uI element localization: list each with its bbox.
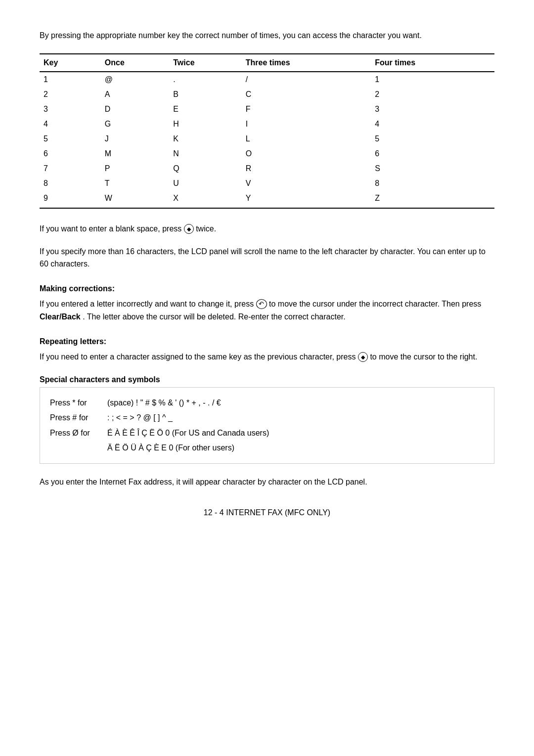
making-corrections-end: . The letter above the cursor will be de… [83, 312, 346, 321]
making-corrections-section: Making corrections: If you entered a let… [40, 282, 494, 323]
special-char-value-2: É À È Ê Î Ç Ë Ö 0 (For US and Canada use… [107, 426, 269, 441]
table-cell-8-4: Z [375, 191, 494, 208]
right-cursor-icon: ◆ [358, 352, 368, 362]
table-row: 9WXYZ [40, 191, 494, 208]
table-cell-2-2: E [173, 102, 246, 117]
blank-space-text-after: twice. [196, 224, 216, 233]
col-header-three: Three times [246, 54, 375, 72]
table-cell-3-2: H [173, 117, 246, 132]
making-corrections-body: If you entered a letter incorrectly and … [40, 298, 494, 323]
special-char-value-0: (space) ! " # $ % & ' () * + , - . / € [107, 396, 221, 410]
table-cell-0-1: @ [105, 72, 173, 87]
table-cell-6-4: S [375, 161, 494, 176]
back-arrow-icon: ↶ [256, 299, 267, 309]
table-cell-4-4: 5 [375, 132, 494, 146]
table-row: 6MNO6 [40, 146, 494, 161]
table-cell-5-4: 6 [375, 146, 494, 161]
clear-back-bold: Clear/Back [40, 312, 81, 321]
table-cell-8-1: W [105, 191, 173, 208]
table-cell-7-3: V [246, 176, 375, 191]
table-row: 1@./1 [40, 72, 494, 87]
table-cell-2-3: F [246, 102, 375, 117]
special-char-label-0: Press * for [50, 396, 99, 410]
table-cell-3-4: 4 [375, 117, 494, 132]
table-cell-0-2: . [173, 72, 246, 87]
table-cell-8-3: Y [246, 191, 375, 208]
table-cell-7-1: T [105, 176, 173, 191]
table-cell-4-3: L [246, 132, 375, 146]
table-cell-5-1: M [105, 146, 173, 161]
table-cell-0-4: 1 [375, 72, 494, 87]
table-cell-5-0: 6 [40, 146, 105, 161]
blank-space-text-before: If you want to enter a blank space, pres… [40, 224, 184, 233]
table-cell-7-2: U [173, 176, 246, 191]
table-row: 2ABC2 [40, 87, 494, 102]
table-cell-6-3: R [246, 161, 375, 176]
space-icon: ◆ [184, 224, 194, 234]
table-cell-6-2: Q [173, 161, 246, 176]
repeating-letters-text-after: to move the cursor to the right. [370, 353, 477, 361]
table-cell-5-2: N [173, 146, 246, 161]
table-cell-1-0: 2 [40, 87, 105, 102]
special-chars-block: Press * for(space) ! " # $ % & ' () * + … [40, 387, 494, 464]
table-cell-5-3: O [246, 146, 375, 161]
col-header-four: Four times [375, 54, 494, 72]
table-cell-0-3: / [246, 72, 375, 87]
making-corrections-text-before: If you entered a letter incorrectly and … [40, 300, 256, 308]
table-cell-2-0: 3 [40, 102, 105, 117]
table-cell-6-0: 7 [40, 161, 105, 176]
table-cell-3-0: 4 [40, 117, 105, 132]
repeating-letters-section: Repeating letters: If you need to enter … [40, 335, 494, 363]
table-cell-1-2: B [173, 87, 246, 102]
making-corrections-to: to move the cursor under the incorrect c… [269, 300, 481, 308]
special-char-row-2: Press Ø forÉ À È Ê Î Ç Ë Ö 0 (For US and… [50, 426, 484, 441]
repeating-letters-body: If you need to enter a character assigne… [40, 351, 494, 363]
table-cell-1-3: C [246, 87, 375, 102]
table-cell-2-1: D [105, 102, 173, 117]
character-table: Key Once Twice Three times Four times 1@… [40, 53, 494, 209]
table-cell-8-0: 9 [40, 191, 105, 208]
col-header-key: Key [40, 54, 105, 72]
table-row: 5JKL5 [40, 132, 494, 146]
table-cell-4-1: J [105, 132, 173, 146]
special-char-value-1: : ; < = > ? @ [ ] ^ _ [107, 410, 173, 425]
table-cell-2-4: 3 [375, 102, 494, 117]
table-cell-3-1: G [105, 117, 173, 132]
special-char-row-0: Press * for(space) ! " # $ % & ' () * + … [50, 396, 484, 410]
table-cell-7-4: 8 [375, 176, 494, 191]
table-cell-3-3: I [246, 117, 375, 132]
table-row: 3DEF3 [40, 102, 494, 117]
table-cell-6-1: P [105, 161, 173, 176]
col-header-twice: Twice [173, 54, 246, 72]
intro-paragraph: By pressing the appropriate number key t… [40, 30, 494, 42]
scroll-note: If you specify more than 16 characters, … [40, 245, 494, 270]
special-char-label-1: Press # for [50, 410, 99, 425]
page-number: 12 - 4 INTERNET FAX (MFC ONLY) [40, 508, 494, 517]
table-cell-1-4: 2 [375, 87, 494, 102]
special-char-label-2: Press Ø for [50, 426, 99, 441]
making-corrections-heading: Making corrections: [40, 282, 494, 295]
table-row: 7PQRS [40, 161, 494, 176]
table-cell-4-2: K [173, 132, 246, 146]
special-chars-heading: Special characters and symbols [40, 375, 494, 384]
table-cell-7-0: 8 [40, 176, 105, 191]
table-cell-8-2: X [173, 191, 246, 208]
special-char-value-3: Ä Ë Ö Ü À Ç È E 0 (For other users) [107, 441, 234, 455]
special-chars-section: Special characters and symbols Press * f… [40, 375, 494, 464]
special-char-row-3: Ä Ë Ö Ü À Ç È E 0 (For other users) [50, 441, 484, 455]
repeating-letters-heading: Repeating letters: [40, 335, 494, 348]
table-cell-0-0: 1 [40, 72, 105, 87]
repeating-letters-text-before: If you need to enter a character assigne… [40, 353, 358, 361]
special-char-row-1: Press # for: ; < = > ? @ [ ] ^ _ [50, 410, 484, 425]
table-cell-1-1: A [105, 87, 173, 102]
internet-fax-note: As you enter the Internet Fax address, i… [40, 476, 494, 489]
col-header-once: Once [105, 54, 173, 72]
table-row: 8TUV8 [40, 176, 494, 191]
table-row: 4GHI4 [40, 117, 494, 132]
table-cell-4-0: 5 [40, 132, 105, 146]
blank-space-note: If you want to enter a blank space, pres… [40, 222, 494, 235]
